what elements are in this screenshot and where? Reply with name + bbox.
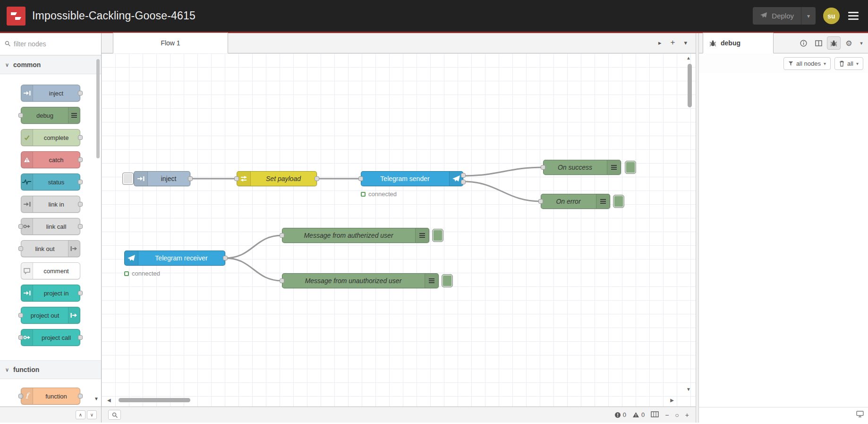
palette-scroll-down-icon[interactable]: ▼ (94, 396, 99, 401)
flow-tabbar: Flow 1 ▸ + ▾ (102, 33, 696, 53)
palette-filter-input[interactable] (14, 40, 96, 48)
expand-all-button[interactable]: ∨ (87, 410, 97, 419)
collapse-all-button[interactable]: ∧ (76, 410, 85, 419)
palette-node-project-out[interactable]: project out (21, 307, 80, 324)
output-port[interactable] (78, 335, 83, 340)
canvas-scroll-down-icon[interactable]: ▼ (686, 387, 691, 392)
funnel-icon (788, 61, 793, 66)
deploy-button[interactable]: Deploy ▾ (753, 7, 816, 25)
add-flow-button[interactable]: + (671, 38, 675, 47)
search-flows-button[interactable] (108, 410, 121, 420)
debug-toggle-button[interactable] (625, 161, 636, 174)
palette-node-inject[interactable]: inject (21, 85, 80, 102)
debug-toggle-button[interactable] (613, 195, 624, 208)
output-port[interactable] (461, 173, 466, 178)
help-tab-button[interactable] (812, 36, 825, 50)
flow-node-on-success[interactable]: On success (543, 160, 621, 175)
navigator-button[interactable] (651, 411, 659, 419)
flow-node-msg-authorized[interactable]: Message from autherized user (282, 228, 429, 243)
node-status-sender: connected (361, 190, 397, 198)
output-port[interactable] (461, 180, 466, 184)
inject-trigger-button[interactable] (122, 173, 134, 185)
user-avatar[interactable]: su (823, 8, 840, 24)
warnings-indicator[interactable]: 0 (632, 411, 645, 418)
zoom-in-button[interactable]: + (685, 411, 689, 419)
wire[interactable] (463, 182, 541, 201)
output-port[interactable] (78, 180, 83, 184)
main-menu-button[interactable] (847, 10, 859, 22)
wire[interactable] (225, 235, 282, 258)
zoom-reset-button[interactable]: ○ (675, 411, 679, 419)
input-port[interactable] (234, 176, 239, 181)
sidebar-tabbar: debug ⚙ ▾ (699, 33, 868, 53)
output-port[interactable] (188, 176, 193, 181)
output-port[interactable] (78, 91, 83, 95)
palette-node-project-in[interactable]: project in (21, 285, 80, 302)
palette-node-comment[interactable]: comment (21, 262, 80, 279)
flow-node-telegram-receiver[interactable]: Telegram receiver (124, 251, 225, 266)
wire[interactable] (463, 167, 543, 176)
debug-toggle-button[interactable] (432, 229, 443, 242)
zoom-out-button[interactable]: − (665, 411, 669, 419)
palette-node-project-call[interactable]: project call (21, 329, 80, 346)
tab-flow-1[interactable]: Flow 1 (113, 33, 228, 53)
flow-node-set-payload[interactable]: Set payload (237, 171, 317, 186)
workspace: Flow 1 ▸ + ▾ inject (102, 33, 696, 423)
debug-filter-button[interactable]: all nodes ▾ (783, 57, 831, 70)
palette-category-common[interactable]: ∨ common (0, 55, 101, 74)
palette-node-complete[interactable]: complete (21, 129, 80, 146)
output-port[interactable] (78, 291, 83, 295)
errors-indicator[interactable]: 0 (614, 411, 626, 418)
output-port[interactable] (315, 176, 319, 181)
wire[interactable] (225, 258, 282, 281)
deploy-label: Deploy (772, 12, 794, 20)
page-title: Impossible-Cackling-Goose-4615 (32, 9, 196, 22)
config-tab-button[interactable]: ⚙ (842, 36, 856, 50)
workspace-footer: 0 0 − ○ + (102, 407, 696, 423)
canvas-horizontal-scrollbar[interactable] (119, 398, 190, 402)
flow-canvas[interactable]: inject Set payload Telegram sender conne… (102, 53, 696, 407)
debug-lines-icon (596, 194, 610, 208)
flow-node-msg-unauthorized[interactable]: Message from unauthorized user (282, 273, 439, 288)
trash-icon (839, 61, 844, 67)
info-tab-button[interactable] (797, 36, 810, 50)
palette-node-link-in[interactable]: link in (21, 196, 80, 213)
tab-scroll-right-button[interactable]: ▸ (658, 39, 662, 46)
output-port[interactable] (78, 157, 83, 162)
palette-node-catch[interactable]: catch (21, 151, 80, 168)
output-port[interactable] (78, 135, 83, 140)
debug-clear-button[interactable]: all ▾ (834, 57, 863, 70)
sidebar-tab-debug[interactable]: debug (703, 33, 774, 53)
sidebar-resizer[interactable] (696, 33, 699, 423)
canvas-scroll-right-icon[interactable]: ▶ (670, 398, 674, 403)
output-port[interactable] (78, 224, 83, 229)
palette-scrollbar[interactable] (96, 59, 100, 158)
palette-node-status[interactable]: status (21, 173, 80, 190)
palette-category-function[interactable]: ∨ function (0, 360, 101, 379)
output-port[interactable] (223, 256, 228, 260)
sidebar-menu-button[interactable]: ▾ (857, 36, 866, 50)
sidebar-footer (699, 407, 868, 423)
error-circle-icon (614, 412, 621, 418)
palette-node-link-call[interactable]: link call (21, 218, 80, 235)
deploy-options-button[interactable]: ▾ (801, 7, 816, 25)
info-icon (800, 40, 807, 47)
palette-node-debug[interactable]: debug (21, 107, 80, 124)
warning-triangle-icon (632, 412, 639, 418)
output-port[interactable] (78, 202, 83, 207)
event-log-button[interactable] (856, 411, 864, 419)
debug-toggle-button[interactable] (442, 274, 453, 287)
flow-node-telegram-sender[interactable]: Telegram sender (361, 171, 463, 186)
palette-node-link-out[interactable]: link out (21, 240, 80, 257)
canvas-scroll-left-icon[interactable]: ◀ (107, 398, 111, 403)
flow-node-inject[interactable]: inject (134, 171, 190, 186)
debug-lines-icon (425, 274, 438, 288)
search-icon (5, 40, 10, 48)
flow-node-on-error[interactable]: On error (541, 194, 610, 209)
flow-list-button[interactable]: ▾ (684, 39, 687, 46)
canvas-vertical-scrollbar[interactable] (688, 64, 692, 107)
canvas-scroll-up-icon[interactable]: ▲ (686, 55, 691, 61)
debug-tab-button[interactable] (827, 36, 841, 50)
output-port[interactable] (78, 394, 83, 398)
palette-node-function[interactable]: f function (21, 388, 80, 405)
